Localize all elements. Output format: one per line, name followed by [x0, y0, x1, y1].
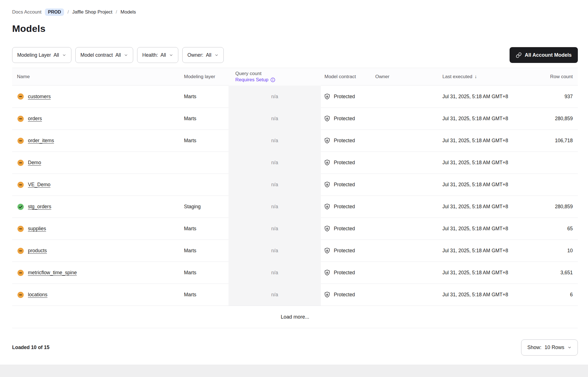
show-value: 10 Rows: [545, 345, 564, 350]
row-count-cell: 280,859: [534, 196, 578, 218]
header-name[interactable]: Name: [12, 68, 184, 86]
owner-cell: [375, 174, 442, 196]
contract-label: Protected: [334, 138, 355, 144]
table-row: Demo n/a Protected Jul 31, 2025, 5:18 AM…: [12, 152, 578, 174]
modeling-layer-cell: Marts: [184, 262, 229, 284]
health-status-icon: [17, 93, 24, 100]
filter-modeling-layer[interactable]: Modeling Layer All: [12, 47, 71, 63]
filter-owner[interactable]: Owner: All: [182, 47, 224, 63]
row-count-cell: 106,718: [534, 130, 578, 152]
row-count-cell: 6: [534, 284, 578, 306]
modeling-layer-cell: Marts: [184, 240, 229, 262]
owner-cell: [375, 108, 442, 130]
load-more-bar: Load more...: [12, 306, 578, 328]
bottom-strip: [0, 365, 588, 377]
query-count-cell: n/a: [229, 86, 321, 108]
shield-lock-icon: [324, 291, 331, 298]
header-last-executed[interactable]: Last executed ↓: [442, 68, 534, 86]
last-executed-cell: Jul 31, 2025, 5:18 AM GMT+8: [442, 130, 534, 152]
last-executed-cell: Jul 31, 2025, 5:18 AM GMT+8: [442, 152, 534, 174]
model-link[interactable]: stg_orders: [28, 204, 51, 210]
show-label: Show:: [527, 345, 541, 350]
filter-label: Owner:: [187, 52, 203, 58]
breadcrumb-project[interactable]: Jaffle Shop Project: [72, 9, 112, 15]
header-model-contract[interactable]: Model contract: [321, 68, 375, 86]
query-count-cell: n/a: [229, 152, 321, 174]
filter-value: All: [206, 52, 211, 58]
modeling-layer-cell: Marts: [184, 108, 229, 130]
pagination-footer: Loaded 10 of 15 Show: 10 Rows: [12, 339, 578, 356]
table-row: customers Marts n/a Protected Jul 31, 20…: [12, 86, 578, 108]
query-count-cell: n/a: [229, 284, 321, 306]
modeling-layer-cell: Marts: [184, 130, 229, 152]
table-row: VE_Demo n/a Protected Jul 31, 2025, 5:18…: [12, 174, 578, 196]
model-link[interactable]: VE_Demo: [28, 182, 51, 188]
info-icon: [270, 77, 275, 82]
header-modeling-layer[interactable]: Modeling layer: [184, 68, 229, 86]
row-count-cell: 65: [534, 218, 578, 240]
row-count-cell: [534, 174, 578, 196]
table-row: orders Marts n/a Protected Jul 31, 2025,…: [12, 108, 578, 130]
chevron-down-icon: [62, 53, 66, 57]
query-count-cell: n/a: [229, 108, 321, 130]
query-count-cell: n/a: [229, 262, 321, 284]
owner-cell: [375, 240, 442, 262]
row-count-cell: 937: [534, 86, 578, 108]
shield-lock-icon: [324, 247, 331, 254]
models-page: Docs Account PROD / Jaffle Shop Project …: [0, 0, 588, 356]
filter-model-contract[interactable]: Model contract All: [75, 47, 133, 63]
model-link[interactable]: supplies: [28, 226, 46, 232]
sort-descending-icon: ↓: [475, 74, 477, 80]
filter-health[interactable]: Health: All: [137, 47, 178, 63]
last-executed-cell: Jul 31, 2025, 5:18 AM GMT+8: [442, 108, 534, 130]
header-row-count[interactable]: Row count: [534, 68, 578, 86]
model-contract-cell: Protected: [321, 218, 375, 240]
query-count-cell: n/a: [229, 240, 321, 262]
table-row: order_items Marts n/a Protected Jul 31, …: [12, 130, 578, 152]
model-link[interactable]: products: [28, 248, 47, 254]
model-link[interactable]: metricflow_time_spine: [28, 270, 77, 276]
chevron-down-icon: [214, 53, 219, 57]
models-table: Name Modeling layer Query count Requires…: [12, 68, 578, 306]
row-count-cell: [534, 152, 578, 174]
environment-badge[interactable]: PROD: [45, 8, 64, 16]
modeling-layer-cell: Marts: [184, 86, 229, 108]
health-status-icon: [17, 291, 24, 299]
shield-lock-icon: [324, 159, 331, 166]
health-status-icon: [17, 181, 24, 188]
model-contract-cell: Protected: [321, 174, 375, 196]
model-link[interactable]: orders: [28, 116, 42, 122]
breadcrumb-account[interactable]: Docs Account: [12, 9, 41, 15]
chevron-down-icon: [169, 53, 173, 57]
contract-label: Protected: [334, 292, 355, 298]
last-executed-cell: Jul 31, 2025, 5:18 AM GMT+8: [442, 218, 534, 240]
model-contract-cell: Protected: [321, 284, 375, 306]
contract-label: Protected: [334, 226, 355, 232]
model-link[interactable]: customers: [28, 94, 51, 100]
model-link[interactable]: locations: [28, 292, 47, 298]
requires-setup-link[interactable]: Requires Setup: [235, 77, 275, 83]
model-contract-cell: Protected: [321, 130, 375, 152]
contract-label: Protected: [334, 182, 355, 188]
health-status-icon: [17, 137, 24, 144]
owner-cell: [375, 152, 442, 174]
owner-cell: [375, 196, 442, 218]
owner-cell: [375, 130, 442, 152]
query-count-cell: n/a: [229, 130, 321, 152]
last-executed-cell: Jul 31, 2025, 5:18 AM GMT+8: [442, 86, 534, 108]
load-more-button[interactable]: Load more...: [281, 314, 309, 320]
filter-toolbar: Modeling Layer All Model contract All He…: [12, 47, 578, 63]
all-account-models-button[interactable]: All Account Models: [510, 47, 578, 63]
contract-label: Protected: [334, 116, 355, 122]
shield-lock-icon: [324, 269, 331, 276]
model-link[interactable]: Demo: [28, 160, 41, 166]
last-executed-cell: Jul 31, 2025, 5:18 AM GMT+8: [442, 262, 534, 284]
rows-per-page-dropdown[interactable]: Show: 10 Rows: [521, 339, 578, 356]
model-link[interactable]: order_items: [28, 138, 54, 144]
owner-cell: [375, 284, 442, 306]
health-status-icon: [17, 247, 24, 255]
filter-value: All: [115, 52, 121, 58]
row-count-cell: 10: [534, 240, 578, 262]
header-owner[interactable]: Owner: [375, 68, 442, 86]
all-account-models-label: All Account Models: [525, 52, 572, 58]
